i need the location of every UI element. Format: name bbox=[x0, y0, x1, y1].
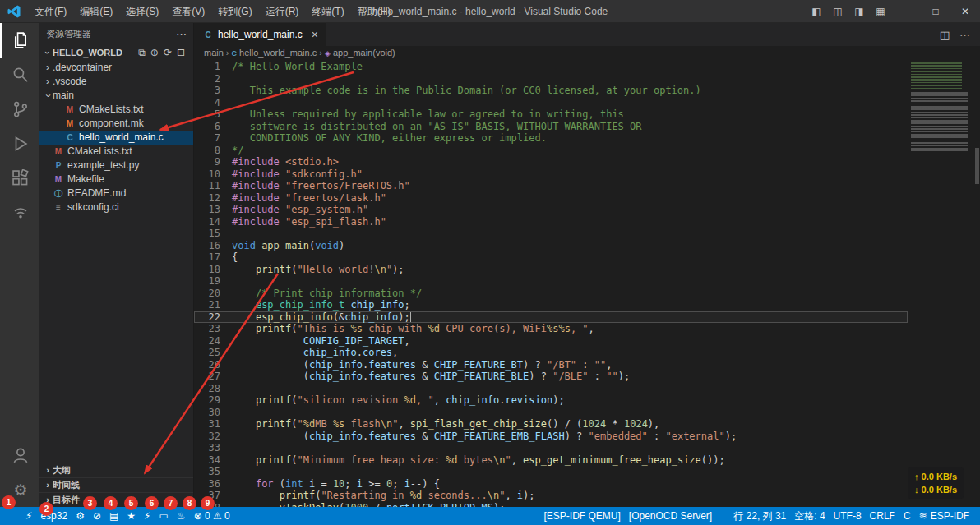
activity-extensions[interactable] bbox=[0, 161, 39, 196]
activity-explorer[interactable] bbox=[0, 23, 39, 58]
menu-帮助-h[interactable]: 帮助(H) bbox=[351, 0, 398, 23]
code-line-10[interactable]: 10#include "sdkconfig.h" bbox=[194, 168, 908, 181]
code-line-12[interactable]: 12#include "freertos/task.h" bbox=[194, 192, 908, 205]
line-number[interactable]: 20 bbox=[194, 288, 232, 300]
code-line-6[interactable]: 6 software is distributed on an "AS IS" … bbox=[194, 121, 908, 133]
code-line-13[interactable]: 13#include "esp_system.h" bbox=[194, 204, 908, 216]
line-number[interactable]: 16 bbox=[194, 240, 232, 252]
openocd-server[interactable]: [OpenOCD Server] bbox=[625, 507, 716, 525]
code-area[interactable]: 1/* Hello World Example23 This example c… bbox=[194, 59, 980, 507]
language-mode[interactable]: C bbox=[899, 507, 915, 525]
line-number[interactable]: 32 bbox=[194, 431, 232, 443]
code-line-15[interactable]: 15 bbox=[194, 228, 908, 240]
menuconfig[interactable]: ⚙ bbox=[72, 507, 89, 525]
line-number[interactable]: 37 bbox=[194, 490, 232, 502]
close-icon[interactable]: × bbox=[312, 28, 318, 41]
code-line-21[interactable]: 21 esp_chip_info_t chip_info; bbox=[194, 299, 908, 311]
flash-method[interactable]: ★ bbox=[122, 507, 140, 525]
line-number[interactable]: 2 bbox=[194, 73, 232, 85]
tree-item-example-test-py[interactable]: Pexample_test.py bbox=[39, 159, 193, 173]
collapse-icon[interactable]: ⊟ bbox=[177, 47, 185, 58]
new-folder-icon[interactable]: ⊕ bbox=[150, 47, 159, 58]
tree-item-devcontainer[interactable]: ›.devcontainer bbox=[39, 61, 193, 75]
refresh-icon[interactable]: ⟳ bbox=[164, 47, 172, 58]
line-number[interactable]: 12 bbox=[194, 192, 232, 205]
line-number[interactable]: 11 bbox=[194, 180, 232, 192]
tab-hello-world-main-c[interactable]: C hello_world_main.c × bbox=[194, 23, 327, 46]
code-line-34[interactable]: 34 printf("Minimum free heap size: %d by… bbox=[194, 454, 908, 467]
explorer-more-actions-icon[interactable]: ⋯ bbox=[176, 28, 187, 40]
minimap[interactable] bbox=[909, 59, 973, 507]
menu-查看-v[interactable]: 查看(V) bbox=[165, 0, 211, 23]
code-line-11[interactable]: 11#include "freertos/FreeRTOS.h" bbox=[194, 180, 908, 192]
line-number[interactable]: 5 bbox=[194, 108, 232, 121]
esp-idf-qemu[interactable]: [ESP-IDF QEMU] bbox=[539, 507, 624, 525]
device-target[interactable]: esp32 bbox=[36, 507, 72, 525]
toggle-panel-icon[interactable]: ◫ bbox=[827, 0, 848, 23]
build-flash-monitor[interactable]: ♨ bbox=[173, 507, 190, 525]
tree-item-component-mk[interactable]: Mcomponent.mk bbox=[39, 117, 193, 131]
breadcrumb-item-hello-world-main-c[interactable]: C hello_world_main.c bbox=[232, 48, 317, 58]
line-number[interactable]: 36 bbox=[194, 478, 232, 490]
code-line-20[interactable]: 20 /* Print chip information */ bbox=[194, 288, 908, 300]
serial-port[interactable]: ⚡ bbox=[21, 507, 36, 525]
activity-esp-idf[interactable] bbox=[0, 196, 39, 230]
line-number[interactable]: 17 bbox=[194, 251, 232, 264]
line-number[interactable]: 6 bbox=[194, 121, 232, 133]
problems[interactable]: ⊗ 0 ⚠ 0 bbox=[190, 507, 234, 525]
activity-search[interactable] bbox=[0, 58, 39, 92]
line-number[interactable]: 4 bbox=[194, 97, 232, 109]
tree-item-vscode[interactable]: ›.vscode bbox=[39, 75, 193, 89]
code-line-19[interactable]: 19 bbox=[194, 275, 908, 288]
code-line-27[interactable]: 27 (chip_info.features & CHIP_FEATURE_BL… bbox=[194, 371, 908, 383]
menu-转到-g[interactable]: 转到(G) bbox=[211, 0, 258, 23]
breadcrumb-item-main[interactable]: main bbox=[204, 48, 224, 58]
project-root-header[interactable]: › HELLO_WORLD ⧉⊕⟳⊟ bbox=[39, 44, 193, 61]
code-line-32[interactable]: 32 (chip_info.features & CHIP_FEATURE_EM… bbox=[194, 431, 908, 443]
line-number[interactable]: 22 bbox=[194, 311, 232, 324]
section-大纲[interactable]: ›大纲 bbox=[39, 463, 193, 477]
maximize-button[interactable]: □ bbox=[921, 0, 950, 23]
section-目标件[interactable]: ›目标件 bbox=[39, 492, 193, 507]
breadcrumb-item-app-main-void[interactable]: ◈ app_main(void) bbox=[325, 48, 395, 58]
line-number[interactable]: 25 bbox=[194, 347, 232, 359]
menu-选择-s[interactable]: 选择(S) bbox=[119, 0, 165, 23]
code-line-18[interactable]: 18 printf("Hello world!\n"); bbox=[194, 264, 908, 276]
tree-item-cmakelists-txt[interactable]: MCMakeLists.txt bbox=[39, 145, 193, 159]
code-line-26[interactable]: 26 (chip_info.features & CHIP_FEATURE_BT… bbox=[194, 359, 908, 371]
activity-settings[interactable]: ⚙ bbox=[0, 472, 39, 507]
more-actions-icon[interactable]: ⋯ bbox=[959, 29, 970, 41]
code-line-31[interactable]: 31 printf("%dMB %s flash\n", spi_flash_g… bbox=[194, 418, 908, 431]
line-number[interactable]: 8 bbox=[194, 145, 232, 157]
menu-运行-r[interactable]: 运行(R) bbox=[259, 0, 306, 23]
line-number[interactable]: 7 bbox=[194, 132, 232, 145]
monitor[interactable]: ▭ bbox=[155, 507, 173, 525]
code-line-1[interactable]: 1/* Hello World Example bbox=[194, 61, 908, 73]
activity-source-control[interactable] bbox=[0, 92, 39, 127]
esp-idf-extension[interactable]: ≋ESP-IDF bbox=[915, 507, 973, 525]
code-line-22[interactable]: 22 esp_chip_info(&chip_info); bbox=[194, 311, 908, 324]
line-number[interactable]: 29 bbox=[194, 394, 232, 407]
flash[interactable]: ⚡ bbox=[140, 507, 155, 525]
line-number[interactable]: 14 bbox=[194, 216, 232, 228]
code-line-8[interactable]: 8*/ bbox=[194, 145, 908, 157]
code-line-2[interactable]: 2 bbox=[194, 73, 908, 85]
line-number[interactable]: 9 bbox=[194, 156, 232, 168]
line-number[interactable]: 15 bbox=[194, 228, 232, 240]
tree-item-hello-world-main-c[interactable]: Chello_world_main.c bbox=[39, 131, 193, 145]
code-line-7[interactable]: 7 CONDITIONS OF ANY KIND, either express… bbox=[194, 132, 908, 145]
build[interactable]: ▤ bbox=[105, 507, 122, 525]
cursor-position[interactable]: 行 22, 列 31 bbox=[729, 507, 790, 525]
tree-item-makefile[interactable]: MMakefile bbox=[39, 173, 193, 187]
tree-item-sdkconfig-ci[interactable]: ≡sdkconfig.ci bbox=[39, 200, 193, 214]
toggle-secondary-sidebar-icon[interactable]: ◨ bbox=[848, 0, 870, 23]
line-number[interactable]: 10 bbox=[194, 168, 232, 181]
line-number[interactable]: 21 bbox=[194, 299, 232, 311]
section-时间线[interactable]: ›时间线 bbox=[39, 477, 193, 492]
line-number[interactable]: 18 bbox=[194, 264, 232, 276]
menu-终端-t[interactable]: 终端(T) bbox=[305, 0, 350, 23]
tree-item-cmakelists-txt[interactable]: MCMakeLists.txt bbox=[39, 103, 193, 117]
code-line-37[interactable]: 37 printf("Restarting in %d seconds...\n… bbox=[194, 490, 908, 502]
code-line-33[interactable]: 33 bbox=[194, 442, 908, 454]
code-line-36[interactable]: 36 for (int i = 10; i >= 0; i--) { bbox=[194, 478, 908, 490]
